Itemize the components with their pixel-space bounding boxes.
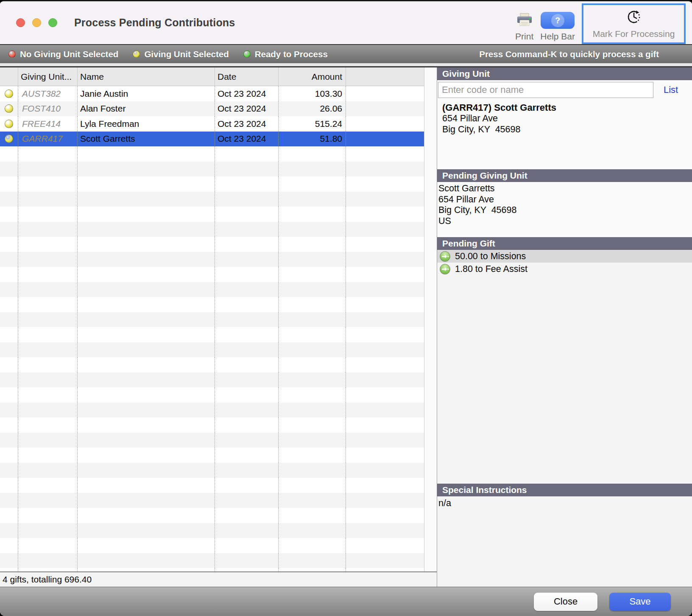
cell-name	[78, 297, 215, 312]
pending-gift-section-header: Pending Gift	[437, 237, 692, 250]
cell-amount	[279, 448, 346, 463]
cell-code	[18, 403, 78, 418]
cell-code: GARR417	[18, 132, 78, 147]
green-status-ball-icon	[243, 50, 251, 58]
cell-code: FREE414	[18, 116, 78, 132]
cell-date	[215, 568, 279, 571]
column-header-code[interactable]: Giving Unit...	[18, 67, 78, 86]
cell-amount	[279, 538, 346, 553]
table-filler-row	[0, 192, 424, 207]
cell-date	[215, 252, 279, 267]
list-link[interactable]: List	[664, 84, 678, 95]
cell-amount	[279, 508, 346, 523]
pending-gift-row[interactable]: 50.00 to Missions	[437, 250, 692, 263]
print-button[interactable]: Print	[515, 13, 533, 44]
table-row[interactable]: FREE414Lyla FreedmanOct 23 2024515.24	[0, 116, 424, 132]
cell-date: Oct 23 2024	[215, 86, 279, 101]
cell-status	[0, 553, 18, 568]
cell-status	[0, 162, 18, 177]
table-row[interactable]: AUST382Janie AustinOct 23 2024103.30	[0, 86, 424, 101]
close-button[interactable]: Close	[534, 593, 597, 611]
cell-code	[18, 252, 78, 267]
process-pending-contributions-window: Process Pending Contributions Print	[0, 0, 692, 616]
contributions-list-area: Giving Unit...NameDateAmount AUST382Jani…	[0, 67, 437, 587]
cell-date: Oct 23 2024	[215, 116, 279, 132]
pending-giving-unit-line: Scott Garretts	[438, 183, 692, 194]
legend-label: No Giving Unit Selected	[20, 49, 118, 59]
cell-status	[0, 417, 18, 433]
cell-amount	[279, 493, 346, 508]
cell-spacer	[346, 357, 424, 372]
column-header-date[interactable]: Date	[215, 67, 279, 86]
cell-name	[78, 327, 215, 342]
minimize-window-button[interactable]	[32, 18, 41, 27]
pending-giving-unit-section-header: Pending Giving Unit	[437, 169, 692, 182]
clock-processing-icon	[626, 9, 642, 26]
help-bar-label: Help Bar	[540, 31, 575, 42]
save-button[interactable]: Save	[609, 593, 671, 611]
giving-unit-search-input[interactable]	[438, 82, 653, 98]
column-header-amount[interactable]: Amount	[279, 67, 346, 86]
panel-filler	[437, 275, 692, 484]
cell-code	[18, 282, 78, 297]
cell-date	[215, 192, 279, 207]
cell-spacer	[346, 116, 424, 132]
table-filler-row	[0, 538, 424, 553]
cell-code	[18, 312, 78, 328]
cell-date	[215, 403, 279, 418]
cell-spacer	[346, 387, 424, 403]
table-filler-row	[0, 222, 424, 237]
table-filler-row	[0, 403, 424, 418]
green-arrow-icon	[440, 264, 450, 274]
vertical-scrollbar-track[interactable]	[424, 67, 437, 571]
pending-gift-row[interactable]: 1.80 to Fee Assist	[437, 263, 692, 275]
mark-for-processing-button[interactable]: Mark For Processing	[582, 3, 686, 44]
cell-code	[18, 357, 78, 372]
table-filler-row	[0, 297, 424, 312]
cell-amount	[279, 327, 346, 342]
cell-date	[215, 312, 279, 328]
cell-name	[78, 342, 215, 358]
cell-code	[18, 176, 78, 192]
table-filler-row	[0, 372, 424, 388]
cell-date	[215, 523, 279, 538]
help-bar-button[interactable]: ? Help Bar	[540, 12, 575, 44]
cell-spacer	[346, 282, 424, 297]
cell-amount	[279, 357, 346, 372]
cell-name	[78, 387, 215, 403]
table-filler-row	[0, 523, 424, 538]
cell-name: Lyla Freedman	[78, 116, 215, 132]
cell-amount	[279, 252, 346, 267]
cell-date	[215, 538, 279, 553]
cell-name	[78, 463, 215, 478]
cell-name	[78, 553, 215, 568]
cell-date	[215, 478, 279, 493]
cell-amount: 515.24	[279, 116, 346, 132]
zoom-window-button[interactable]	[48, 18, 57, 27]
table-row[interactable]: FOST410Alan FosterOct 23 202426.06	[0, 101, 424, 117]
special-instructions-value: n/a	[437, 496, 692, 587]
table-filler-row	[0, 312, 424, 328]
cell-amount	[279, 237, 346, 252]
cell-spacer	[346, 538, 424, 553]
cell-name: Alan Foster	[78, 101, 215, 117]
table-row[interactable]: GARR417Scott GarrettsOct 23 202451.80	[0, 132, 424, 147]
column-header-name[interactable]: Name	[78, 67, 215, 86]
mark-for-processing-label: Mark For Processing	[593, 29, 675, 39]
cell-spacer	[346, 372, 424, 388]
cell-status	[0, 252, 18, 267]
status-legend: No Giving Unit SelectedGiving Unit Selec…	[8, 49, 328, 59]
cell-date	[215, 282, 279, 297]
cell-amount	[279, 403, 346, 418]
address-line: Big City, KY 45698	[442, 124, 692, 135]
close-window-button[interactable]	[16, 18, 25, 27]
cell-amount	[279, 162, 346, 177]
toolbar: Print ? Help Bar Mark	[515, 3, 686, 44]
cell-status	[0, 387, 18, 403]
cell-amount	[279, 568, 346, 571]
cell-amount	[279, 417, 346, 433]
cell-name	[78, 372, 215, 388]
table-filler-row	[0, 508, 424, 523]
table-header-row: Giving Unit...NameDateAmount	[0, 67, 424, 86]
cell-code	[18, 237, 78, 252]
